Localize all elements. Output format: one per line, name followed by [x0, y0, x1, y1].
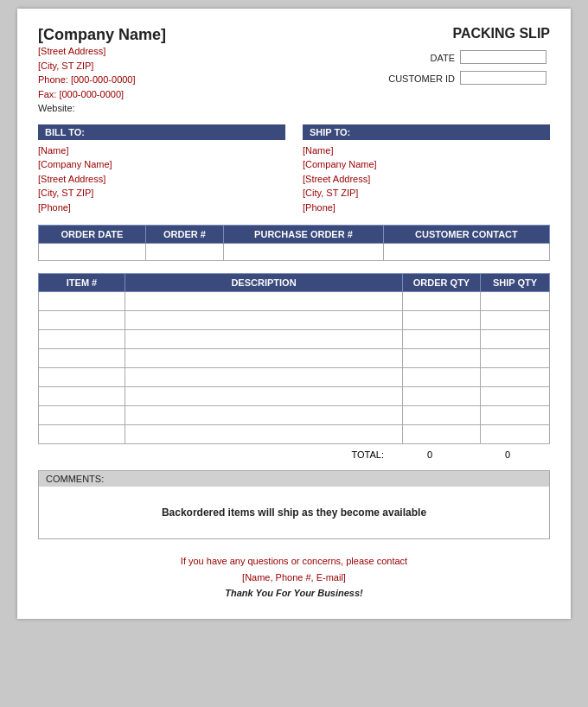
item-cell[interactable] [125, 349, 403, 368]
order-date-cell[interactable] [39, 244, 146, 261]
total-row: TOTAL: 0 0 [38, 449, 550, 460]
order-num-col: ORDER # [145, 226, 223, 244]
item-cell[interactable] [39, 406, 125, 425]
item-cell[interactable] [125, 368, 403, 387]
purchase-order-cell[interactable] [224, 244, 384, 261]
item-cell[interactable] [403, 349, 481, 368]
packing-slip-page: [Company Name] [Street Address] [City, S… [17, 9, 571, 619]
item-row [39, 311, 550, 330]
website-label: Website: [38, 103, 75, 113]
company-website: Website: [38, 101, 166, 116]
company-name: [Company Name] [38, 26, 166, 44]
company-address: [Street Address] [38, 44, 166, 59]
item-cell[interactable] [39, 387, 125, 406]
total-label: TOTAL: [218, 449, 391, 460]
packing-slip-title: PACKING SLIP [385, 26, 550, 41]
ship-to-address: [Street Address] [303, 172, 550, 187]
description-col: DESCRIPTION [125, 274, 403, 292]
item-row [39, 330, 550, 349]
footer-line2: [Name, Phone #, E-mail] [38, 570, 550, 586]
bill-to-city: [City, ST ZIP] [38, 186, 285, 201]
customer-contact-col: CUSTOMER CONTACT [383, 226, 549, 244]
item-cell[interactable] [403, 311, 481, 330]
customer-contact-cell[interactable] [383, 244, 549, 261]
total-ship-qty: 0 [469, 449, 546, 460]
item-cell[interactable] [481, 292, 550, 311]
company-block: [Company Name] [Street Address] [City, S… [38, 26, 166, 116]
item-cell[interactable] [125, 292, 403, 311]
bill-to-company: [Company Name] [38, 157, 285, 172]
item-row [39, 349, 550, 368]
item-row [39, 292, 550, 311]
item-cell[interactable] [39, 425, 125, 444]
ship-to-phone: [Phone] [303, 201, 550, 215]
item-cell[interactable] [481, 368, 550, 387]
items-table-wrapper: ITEM # DESCRIPTION ORDER QTY SHIP QTY [38, 273, 550, 444]
item-cell[interactable] [39, 349, 125, 368]
footer: If you have any questions or concerns, p… [38, 553, 550, 602]
item-cell[interactable] [125, 406, 403, 425]
ship-to-city: [City, ST ZIP] [303, 186, 550, 201]
item-cell[interactable] [403, 330, 481, 349]
purchase-order-col: PURCHASE ORDER # [224, 226, 384, 244]
items-table: ITEM # DESCRIPTION ORDER QTY SHIP QTY [38, 273, 550, 444]
footer-thank-you: Thank You For Your Business! [38, 585, 550, 602]
comments-header: COMMENTS: [39, 471, 549, 487]
item-cell[interactable] [125, 425, 403, 444]
item-cell[interactable] [481, 387, 550, 406]
order-table: ORDER DATE ORDER # PURCHASE ORDER # CUST… [38, 225, 550, 261]
order-num-cell[interactable] [145, 244, 223, 261]
item-cell[interactable] [125, 330, 403, 349]
ship-to-block: SHIP TO: [Name] [Company Name] [Street A… [303, 124, 550, 215]
item-cell[interactable] [403, 368, 481, 387]
item-cell[interactable] [481, 349, 550, 368]
address-section: BILL TO: [Name] [Company Name] [Street A… [38, 124, 550, 215]
ship-to-name: [Name] [303, 143, 550, 158]
order-row [39, 244, 550, 261]
item-cell[interactable] [481, 406, 550, 425]
bill-to-header: BILL TO: [38, 124, 285, 140]
header: [Company Name] [Street Address] [City, S… [38, 26, 550, 116]
bill-to-name: [Name] [38, 143, 285, 158]
company-fax: Fax: [000-000-0000] [38, 87, 166, 102]
item-cell[interactable] [481, 311, 550, 330]
packing-slip-block: PACKING SLIP DATE CUSTOMER ID [385, 26, 550, 90]
item-cell[interactable] [481, 425, 550, 444]
order-qty-col: ORDER QTY [403, 274, 481, 292]
item-row [39, 425, 550, 444]
company-phone: Phone: [000-000-0000] [38, 73, 166, 87]
comments-content: Backordered items will ship as they beco… [39, 487, 549, 538]
order-table-wrapper: ORDER DATE ORDER # PURCHASE ORDER # CUST… [38, 225, 550, 261]
bill-to-block: BILL TO: [Name] [Company Name] [Street A… [38, 124, 285, 215]
item-row [39, 406, 550, 425]
customer-id-field[interactable] [460, 71, 546, 85]
item-cell[interactable] [39, 292, 125, 311]
item-cell[interactable] [39, 330, 125, 349]
customer-id-label: CUSTOMER ID [387, 69, 457, 88]
item-row [39, 387, 550, 406]
item-cell[interactable] [403, 292, 481, 311]
bill-to-phone: [Phone] [38, 201, 285, 215]
order-date-col: ORDER DATE [39, 226, 146, 244]
ship-to-header: SHIP TO: [303, 124, 550, 140]
comments-box: COMMENTS: Backordered items will ship as… [38, 470, 550, 539]
date-label: DATE [387, 48, 457, 67]
item-cell[interactable] [39, 311, 125, 330]
item-cell[interactable] [125, 311, 403, 330]
ship-qty-col: SHIP QTY [481, 274, 550, 292]
item-cell[interactable] [403, 406, 481, 425]
item-cell[interactable] [403, 387, 481, 406]
ship-to-company: [Company Name] [303, 157, 550, 172]
bill-to-address: [Street Address] [38, 172, 285, 187]
item-num-col: ITEM # [39, 274, 125, 292]
company-city: [City, ST ZIP] [38, 59, 166, 73]
date-field[interactable] [460, 50, 546, 64]
date-customer-table: DATE CUSTOMER ID [385, 47, 550, 90]
item-cell[interactable] [39, 368, 125, 387]
total-order-qty: 0 [391, 449, 469, 460]
item-cell[interactable] [403, 425, 481, 444]
footer-line1: If you have any questions or concerns, p… [38, 553, 550, 570]
item-cell[interactable] [481, 330, 550, 349]
item-cell[interactable] [125, 387, 403, 406]
item-row [39, 368, 550, 387]
